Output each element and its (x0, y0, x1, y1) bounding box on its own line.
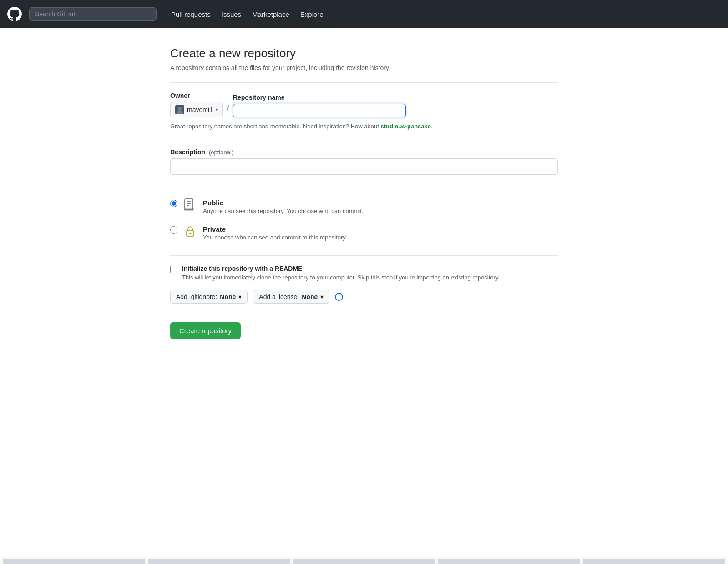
public-title: Public (203, 199, 558, 207)
visibility-section: Public Anyone can see this repository. Y… (170, 193, 558, 246)
desc-label-row: Description (optional) (170, 148, 558, 156)
repo-name-group: Repository name (233, 94, 406, 117)
divider-desc (170, 139, 558, 139)
gitignore-dropdown[interactable]: Add .gitignore: None ▾ (170, 290, 248, 304)
github-logo-icon (7, 7, 22, 21)
gitignore-value: None (220, 293, 236, 300)
search-input[interactable] (29, 7, 157, 21)
marketplace-link[interactable]: Marketplace (252, 10, 289, 18)
issues-link[interactable]: Issues (222, 10, 241, 18)
license-chevron-icon: ▾ (320, 293, 324, 300)
svg-point-1 (178, 107, 182, 110)
public-option: Public Anyone can see this repository. Y… (170, 193, 558, 220)
private-repo-icon (183, 224, 197, 239)
create-repository-button[interactable]: Create repository (170, 322, 241, 339)
desc-label: Description (170, 148, 205, 156)
readme-desc: This will let you immediately clone the … (182, 274, 558, 281)
private-radio[interactable] (170, 226, 177, 234)
description-input[interactable] (170, 158, 558, 175)
desc-optional: (optional) (209, 149, 233, 156)
owner-label: Owner (170, 92, 223, 99)
readme-text: Initialize this repository with a README… (182, 265, 558, 281)
owner-name: mayomi1 (187, 106, 213, 113)
divider-top (170, 82, 558, 83)
main-content: Create a new repository A repository con… (159, 28, 569, 366)
readme-row: Initialize this repository with a README… (170, 265, 558, 281)
svg-point-9 (189, 233, 191, 234)
owner-repo-row: Owner mayomi1 ▾ / Repository name (170, 92, 558, 117)
slash-separator: / (227, 103, 229, 117)
readme-checkbox[interactable] (170, 266, 177, 273)
license-value: None (302, 293, 318, 300)
navbar: Pull requests Issues Marketplace Explore (0, 0, 728, 28)
private-desc: You choose who can see and commit to thi… (203, 234, 558, 241)
license-label: Add a license: (259, 293, 299, 300)
public-option-text: Public Anyone can see this repository. Y… (203, 199, 558, 214)
chevron-down-icon: ▾ (216, 107, 218, 112)
readme-title: Initialize this repository with a README (182, 265, 558, 272)
suggestion-link[interactable]: studious-pancake (380, 123, 431, 130)
explore-link[interactable]: Explore (300, 10, 324, 18)
public-radio[interactable] (170, 200, 177, 207)
divider-bottom (170, 313, 558, 313)
navbar-links: Pull requests Issues Marketplace Explore (171, 10, 324, 18)
owner-select[interactable]: mayomi1 ▾ (170, 102, 223, 117)
license-dropdown[interactable]: Add a license: None ▾ (253, 290, 329, 304)
gitignore-label: Add .gitignore: (176, 293, 217, 300)
readme-section: Initialize this repository with a README… (170, 265, 558, 281)
repo-name-label: Repository name (233, 94, 406, 101)
public-repo-icon (183, 198, 197, 213)
suggestion-text: Great repository names are short and mem… (170, 123, 558, 130)
owner-group: Owner mayomi1 ▾ (170, 92, 223, 117)
repo-name-input[interactable] (233, 104, 406, 117)
gitignore-chevron-icon: ▾ (238, 293, 242, 300)
owner-avatar (175, 105, 184, 114)
info-icon[interactable]: i (335, 293, 343, 301)
public-desc: Anyone can see this repository. You choo… (203, 208, 558, 214)
page-title: Create a new repository (170, 46, 558, 61)
divider-visibility (170, 184, 558, 184)
divider-readme (170, 255, 558, 256)
svg-rect-7 (184, 208, 194, 211)
private-option-text: Private You choose who can see and commi… (203, 225, 558, 241)
private-title: Private (203, 225, 558, 233)
page-subtitle: A repository contains all the files for … (170, 64, 558, 71)
private-option: Private You choose who can see and commi… (170, 220, 558, 246)
pull-requests-link[interactable]: Pull requests (171, 10, 211, 18)
dropdowns-row: Add .gitignore: None ▾ Add a license: No… (170, 290, 558, 304)
